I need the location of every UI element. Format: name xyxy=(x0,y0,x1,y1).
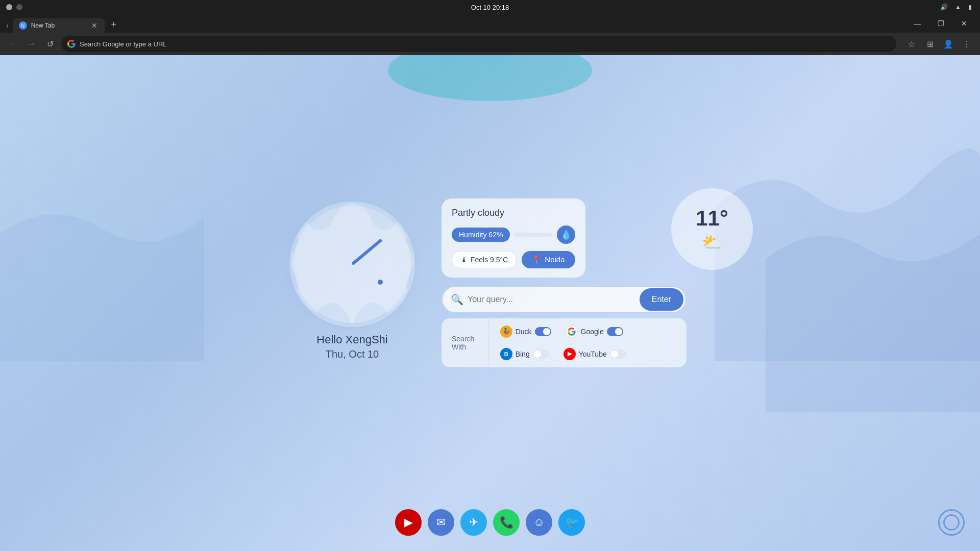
search-engines-row: Search With 🦆 Duck xyxy=(442,318,687,367)
google-label: Google xyxy=(581,328,604,336)
feels-text: Feels 9.5°C xyxy=(471,256,508,264)
search-icon: 🔍 xyxy=(451,293,463,306)
tab-title: New Tab xyxy=(31,22,86,29)
weather-circle: 11° ⛅ xyxy=(671,188,753,270)
duck-toggle[interactable] xyxy=(535,327,551,336)
bing-label: Bing xyxy=(516,350,530,358)
refresh-button[interactable]: ↺ xyxy=(43,37,57,51)
weather-details-row: 🌡 Feels 9.5°C 📍 Noida xyxy=(452,251,575,268)
google-icon xyxy=(67,40,76,48)
tab-close-button[interactable]: ✕ xyxy=(90,21,99,30)
wifi-icon: ▲ xyxy=(955,4,961,11)
location-icon: 📍 xyxy=(532,255,542,264)
youtube-label: YouTube xyxy=(579,350,607,358)
tray-area[interactable] xyxy=(938,509,965,536)
feels-badge: 🌡 Feels 9.5°C xyxy=(452,251,517,268)
tab-bar: ‹ N New Tab ✕ + — ❐ ✕ xyxy=(0,14,980,33)
engine-bing[interactable]: B Bing xyxy=(495,345,554,363)
profile-icon[interactable]: 👤 xyxy=(941,37,955,51)
location-badge[interactable]: 📍 Noida xyxy=(522,251,575,268)
humidity-row: Humidity 62% 💧 xyxy=(452,226,575,244)
window-controls: — ❐ ✕ xyxy=(905,16,976,33)
bing-toggle[interactable] xyxy=(533,349,549,359)
dock-youtube[interactable]: ▶ xyxy=(395,509,422,536)
humidity-badge: Humidity 62% xyxy=(452,228,510,242)
maximize-button[interactable]: ❐ xyxy=(929,16,952,31)
bing-icon: B xyxy=(500,348,512,360)
system-tray: 🔊 ▲ ▮ xyxy=(940,4,972,11)
search-input[interactable] xyxy=(468,295,640,304)
system-bar-left xyxy=(6,4,22,10)
tray-inner xyxy=(943,514,960,531)
sys-btn-1 xyxy=(6,4,12,10)
tray-circle[interactable] xyxy=(938,509,965,536)
dock-custom[interactable]: ☺ xyxy=(526,509,552,536)
address-right-icons: ☆ ⊞ 👤 ⋮ xyxy=(904,37,974,51)
weather-condition: Partly cloudy xyxy=(452,208,575,218)
content-wrapper: Hello XengShi Thu, Oct 10 Partly cloudy … xyxy=(0,55,980,551)
engine-google[interactable]: Google xyxy=(560,322,628,341)
right-panel: Partly cloudy Humidity 62% 💧 🌡 Feels xyxy=(442,198,687,367)
clock-inner xyxy=(293,206,411,323)
extensions-icon[interactable]: ⊞ xyxy=(923,37,937,51)
duck-label: Duck xyxy=(516,328,532,336)
search-area: 🔍 Enter Search With 🦆 Duck xyxy=(442,286,687,367)
battery-icon: ▮ xyxy=(968,4,972,11)
tab-nav-arrow[interactable]: ‹ xyxy=(4,20,11,31)
weather-card: Partly cloudy Humidity 62% 💧 🌡 Feels xyxy=(442,198,585,278)
clock-face xyxy=(293,206,411,323)
weather-card-row: Partly cloudy Humidity 62% 💧 🌡 Feels xyxy=(442,198,687,278)
location-text: Noida xyxy=(545,255,565,264)
clock-dot xyxy=(378,280,383,285)
center-area: Hello XengShi Thu, Oct 10 Partly cloudy … xyxy=(293,198,687,367)
sys-btn-2 xyxy=(16,4,22,10)
system-time: Oct 10 20:18 xyxy=(471,4,509,11)
menu-icon[interactable]: ⋮ xyxy=(960,37,974,51)
search-input-row: 🔍 Enter xyxy=(442,286,687,313)
greeting-date: Thu, Oct 10 xyxy=(316,348,387,360)
address-bar: ← → ↺ Search Google or type a URL ☆ ⊞ 👤 … xyxy=(0,33,980,55)
youtube-search-icon: ▶ xyxy=(564,348,576,360)
search-enter-button[interactable]: Enter xyxy=(640,288,683,311)
thermometer-icon: 🌡 xyxy=(460,256,468,264)
google-search-icon xyxy=(566,325,578,338)
close-button[interactable]: ✕ xyxy=(952,16,976,31)
dock-telegram[interactable]: ✈ xyxy=(460,509,487,536)
bottom-dock: ▶ ✉ ✈ 📞 ☺ 🐦 xyxy=(395,509,585,536)
clock-widget: Hello XengShi Thu, Oct 10 xyxy=(293,206,411,360)
engine-list: 🦆 Duck xyxy=(489,318,687,367)
search-with-label: Search With xyxy=(442,318,489,367)
weather-temperature: 11° xyxy=(696,206,728,231)
greeting-name: Hello XengShi xyxy=(316,333,387,346)
tab-favicon: N xyxy=(19,21,27,30)
forward-button[interactable]: → xyxy=(24,37,39,51)
system-bar: Oct 10 20:18 🔊 ▲ ▮ xyxy=(0,0,980,14)
clock-greeting: Hello XengShi Thu, Oct 10 xyxy=(316,333,387,360)
minimize-button[interactable]: — xyxy=(905,16,929,31)
engine-youtube[interactable]: ▶ YouTube xyxy=(558,345,631,363)
humidity-bar xyxy=(515,233,551,237)
back-button[interactable]: ← xyxy=(6,37,20,51)
humidity-fill xyxy=(515,233,537,237)
weather-icon: ⛅ xyxy=(702,233,722,252)
dock-twitter[interactable]: 🐦 xyxy=(558,509,585,536)
tab-nav-left: ‹ xyxy=(4,20,11,33)
google-toggle[interactable] xyxy=(607,327,623,336)
address-input-container[interactable]: Search Google or type a URL xyxy=(61,36,896,52)
main-content: Hello XengShi Thu, Oct 10 Partly cloudy … xyxy=(0,55,980,551)
youtube-toggle[interactable] xyxy=(610,349,626,359)
address-text[interactable]: Search Google or type a URL xyxy=(80,40,890,48)
sound-icon: 🔊 xyxy=(940,4,948,11)
active-tab[interactable]: N New Tab ✕ xyxy=(13,18,105,33)
duck-icon: 🦆 xyxy=(500,325,512,338)
bookmark-icon[interactable]: ☆ xyxy=(904,37,919,51)
new-tab-button[interactable]: + xyxy=(107,18,121,33)
engine-duck[interactable]: 🦆 Duck xyxy=(495,322,556,341)
browser-chrome: ‹ N New Tab ✕ + — ❐ ✕ ← → ↺ Search Googl… xyxy=(0,14,980,55)
humidity-icon: 💧 xyxy=(557,226,575,244)
dock-mail[interactable]: ✉ xyxy=(428,509,454,536)
dock-whatsapp[interactable]: 📞 xyxy=(493,509,520,536)
clock-hand-hour xyxy=(351,238,382,265)
